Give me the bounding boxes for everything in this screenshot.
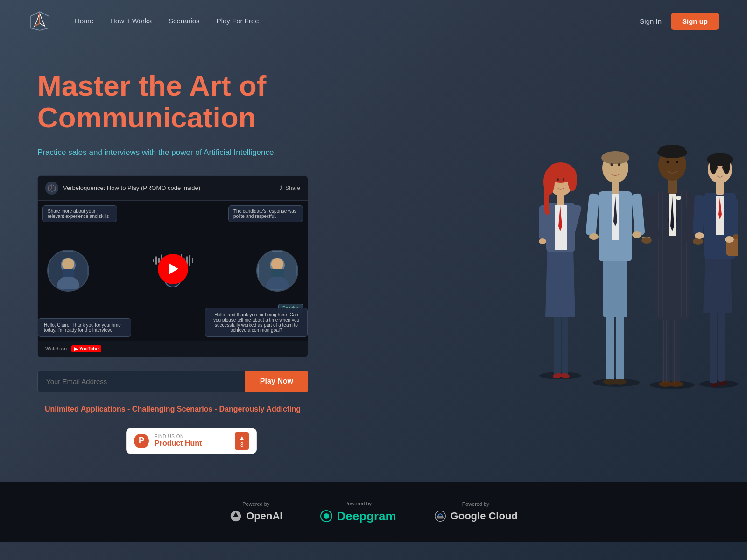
share-label: Share <box>285 185 300 191</box>
nav-how-it-works-link[interactable]: How It Works <box>110 17 152 25</box>
deepgram-powered-label: Powered by <box>345 501 372 506</box>
nav-right: Sign In Sign up <box>640 13 719 30</box>
figure-man-lightblue <box>585 151 645 387</box>
figure-woman-navy <box>693 153 738 388</box>
video-body: Share more about your relevant experienc… <box>38 201 308 341</box>
play-icon <box>169 263 178 274</box>
hero-illustration <box>504 56 747 406</box>
email-input[interactable] <box>37 371 245 392</box>
chat-bubble-right: The candidate's response was polite and … <box>228 205 303 222</box>
svg-rect-11 <box>63 269 74 277</box>
svg-point-18 <box>271 258 283 270</box>
product-hunt-text: FIND US ON Product Hunt <box>155 434 202 448</box>
sign-in-button[interactable]: Sign In <box>640 17 662 25</box>
svg-point-99 <box>713 153 726 162</box>
video-footer: Watch on ▶ YouTube <box>38 341 308 357</box>
svg-point-80 <box>676 161 678 163</box>
svg-point-91 <box>695 232 704 239</box>
convo-bubble-right: Hello, and thank you for being here. Can… <box>205 308 308 337</box>
svg-rect-39 <box>616 315 624 383</box>
svg-point-36 <box>563 178 564 181</box>
svg-rect-38 <box>606 315 614 383</box>
video-share-button[interactable]: ⤴ Share <box>280 185 300 191</box>
svg-point-47 <box>589 233 599 240</box>
svg-point-48 <box>632 231 641 238</box>
svg-line-6 <box>50 189 52 190</box>
svg-rect-45 <box>585 193 599 236</box>
avatar-male <box>47 250 89 292</box>
svg-point-29 <box>539 238 546 244</box>
ph-count-number: 3 <box>240 441 244 448</box>
svg-rect-83 <box>718 310 725 383</box>
product-hunt-logo: P <box>134 434 149 448</box>
video-avatars <box>38 250 308 292</box>
svg-point-79 <box>667 161 669 163</box>
figure-man-dark <box>641 145 703 389</box>
convo-bubble-left: Hello, Claire. Thank you for your time t… <box>38 318 131 337</box>
svg-point-100 <box>716 166 718 169</box>
email-row: Play Now <box>37 371 308 392</box>
svg-rect-86 <box>693 195 705 235</box>
video-scene: Share more about your relevant experienc… <box>38 201 308 341</box>
nav-play-for-free-link[interactable]: Play For Free <box>217 17 259 25</box>
logo[interactable] <box>28 9 51 33</box>
svg-rect-46 <box>631 193 645 236</box>
deepgram-logo: Deepgram <box>320 509 396 524</box>
footer-deepgram: Powered by Deepgram <box>320 501 396 524</box>
hero-tagline: Unlimited Applications - Challenging Sce… <box>37 404 308 415</box>
svg-rect-21 <box>554 315 561 376</box>
nav-home-link[interactable]: Home <box>75 17 93 25</box>
svg-rect-55 <box>662 317 670 385</box>
svg-point-52 <box>611 163 613 166</box>
svg-point-51 <box>601 151 629 164</box>
gcloud-text: Google Cloud <box>451 510 518 522</box>
footer-openai: Powered by OpenAI <box>229 501 282 523</box>
video-title: Verbeloquence: How to Play (PROMO code i… <box>63 184 200 191</box>
product-hunt-badge[interactable]: P FIND US ON Product Hunt ▲ 3 <box>126 428 257 454</box>
footer-gcloud: Powered by Google Cloud <box>434 501 518 523</box>
ph-arrow-icon: ▲ <box>239 434 245 441</box>
ph-find-label: FIND US ON <box>155 434 202 439</box>
svg-point-58 <box>669 381 683 387</box>
openai-powered-label: Powered by <box>242 501 269 507</box>
svg-rect-56 <box>672 317 680 385</box>
ph-main-label: Product Hunt <box>155 439 202 448</box>
video-logo <box>45 182 58 195</box>
youtube-logo: ▶ YouTube <box>71 345 101 352</box>
ph-count: ▲ 3 <box>235 432 249 450</box>
svg-point-35 <box>557 178 559 181</box>
nav-links: Home How It Works Scenarios Play For Fre… <box>75 17 259 25</box>
deepgram-text: Deepgram <box>337 509 396 524</box>
navbar: Home How It Works Scenarios Play For Fre… <box>0 0 747 42</box>
svg-point-10 <box>62 258 74 270</box>
svg-rect-42 <box>603 259 627 317</box>
video-container: Verbeloquence: How to Play (PROMO code i… <box>37 175 308 357</box>
svg-rect-82 <box>710 310 717 384</box>
hero-section: Master the Art of Communication Practice… <box>0 42 747 482</box>
hero-content: Master the Art of Communication Practice… <box>37 61 345 454</box>
svg-rect-19 <box>271 269 284 277</box>
svg-point-101 <box>722 166 725 169</box>
svg-rect-22 <box>562 315 568 376</box>
play-now-button[interactable]: Play Now <box>245 371 308 392</box>
svg-point-92 <box>725 236 734 243</box>
hero-title: Master the Art of Communication <box>37 70 345 133</box>
sign-up-button[interactable]: Sign up <box>671 13 719 30</box>
avatar-female <box>256 250 298 292</box>
nav-left: Home How It Works Scenarios Play For Fre… <box>28 9 259 33</box>
nav-scenarios-link[interactable]: Scenarios <box>169 17 200 25</box>
svg-point-73 <box>641 237 652 244</box>
svg-point-41 <box>613 379 627 385</box>
hero-subtitle: Practice sales and interviews with the p… <box>37 147 345 159</box>
svg-point-53 <box>618 163 620 166</box>
footer: Powered by OpenAI Powered by Deepgram Po… <box>0 482 747 542</box>
svg-point-34 <box>568 168 577 191</box>
play-button[interactable] <box>158 254 188 284</box>
svg-point-103 <box>324 513 329 519</box>
video-header: Verbeloquence: How to Play (PROMO code i… <box>38 176 308 201</box>
openai-text: OpenAI <box>246 510 282 522</box>
svg-rect-69 <box>676 196 681 200</box>
share-icon: ⤴ <box>280 185 282 191</box>
watch-on-label: Watch on <box>45 346 67 351</box>
openai-logo: OpenAI <box>229 510 282 523</box>
